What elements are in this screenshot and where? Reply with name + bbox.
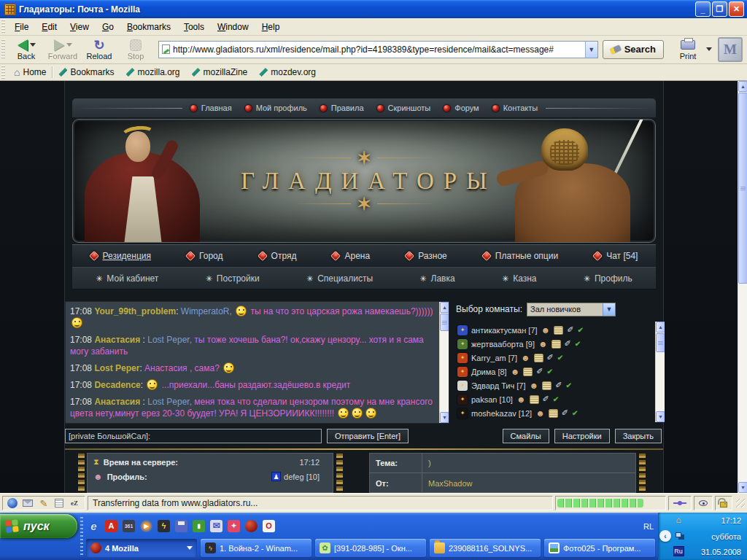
language-indicator-top[interactable]: RL <box>643 522 654 531</box>
browser-scrollbar[interactable]: ▲ ▼ <box>738 81 747 493</box>
tab-Город[interactable]: Город <box>187 251 222 261</box>
subtab-Казна[interactable]: ✳Казна <box>502 273 537 284</box>
forward-button[interactable]: Forward <box>44 36 81 63</box>
floppy-quicklaunch-icon[interactable] <box>175 520 187 532</box>
chat-button-Закрыть[interactable]: Закрыть <box>615 429 662 443</box>
chat-message-input[interactable] <box>65 429 322 443</box>
winamp-quicklaunch-icon[interactable] <box>158 520 170 532</box>
chat-nick[interactable]: Lost Peper, <box>147 397 194 407</box>
person-icon[interactable]: ☻ <box>521 354 530 362</box>
start-button[interactable]: пуск <box>0 514 77 538</box>
mail-icon[interactable] <box>23 499 33 507</box>
scroll-down-icon[interactable]: ▼ <box>440 412 449 423</box>
person-icon[interactable]: ☻ <box>516 396 526 403</box>
subtab-Лавка[interactable]: ✳Лавка <box>419 273 454 284</box>
send-button[interactable]: Отправить [Enter] <box>327 429 409 443</box>
page-proxy-icon[interactable] <box>162 44 170 54</box>
tab-Резиденция[interactable]: Резиденция <box>90 251 151 261</box>
scroll-icon[interactable] <box>523 368 533 376</box>
topnav-item[interactable]: Главная <box>185 104 237 112</box>
scroll-icon[interactable] <box>551 340 561 349</box>
mozilla-quicklaunch-icon[interactable] <box>245 520 258 532</box>
ie-quicklaunch-icon[interactable] <box>88 520 100 532</box>
chat-nick[interactable]: WimperatoR, <box>181 306 234 316</box>
menu-item[interactable]: View <box>63 20 96 34</box>
person-icon[interactable]: ☻ <box>511 368 520 376</box>
scroll-up-icon[interactable]: ▲ <box>656 322 665 332</box>
scrollbar-thumb[interactable] <box>440 314 449 331</box>
cookie-status-cell[interactable] <box>694 496 713 510</box>
user-row[interactable]: ✦антикактусман [7]☻✐✔ <box>457 323 653 337</box>
user-name[interactable]: антикактусман [7] <box>471 326 538 335</box>
tab-Разное[interactable]: Разное <box>406 251 447 261</box>
bookmark-item[interactable]: Bookmarks <box>53 64 120 80</box>
bookmark-item[interactable]: mozdev.org <box>253 64 322 80</box>
minimize-button[interactable]: _ <box>695 1 711 17</box>
user-name[interactable]: жертвааборта [9] <box>471 340 535 349</box>
scrollbar-thumb[interactable] <box>738 93 747 284</box>
ez-icon[interactable]: eZ <box>69 497 80 509</box>
subtab-Мой кабинет[interactable]: ✳Мой кабинет <box>96 273 158 284</box>
online-status-cell[interactable] <box>668 496 692 510</box>
opera-quicklaunch-icon[interactable] <box>263 520 275 532</box>
url-dropdown-icon[interactable]: ▼ <box>585 42 597 58</box>
menu-item[interactable]: Bookmarks <box>120 20 177 34</box>
chat-name[interactable]: Lost Peper <box>94 363 139 373</box>
user-name[interactable]: Karry_am [7] <box>471 354 517 362</box>
search-button[interactable]: Search <box>603 40 664 59</box>
scrollbar-thumb[interactable] <box>656 333 665 352</box>
scroll-icon[interactable] <box>530 395 539 404</box>
topnav-item[interactable]: Правила <box>315 104 369 112</box>
tray-clock[interactable]: 17:12 суббота 31.05.2008 <box>686 516 743 557</box>
menu-item[interactable]: Help <box>255 20 287 34</box>
security-cell[interactable] <box>715 496 732 510</box>
scroll-icon[interactable] <box>534 354 543 362</box>
tab-Отряд[interactable]: Отряд <box>259 251 297 261</box>
taskbar-grippy[interactable] <box>80 517 83 556</box>
user-name[interactable]: moshekazav [12] <box>471 409 532 418</box>
scroll-icon[interactable] <box>549 409 558 418</box>
chat-button-Смайлы[interactable]: Смайлы <box>503 429 549 443</box>
wmp-quicklaunch-icon[interactable] <box>140 520 152 532</box>
user-row[interactable]: ✦Дрима [8]☻✐✔ <box>457 365 653 378</box>
topnav-item[interactable]: Контакты <box>487 104 543 112</box>
bookmark-item[interactable]: ⌂Home <box>8 64 52 80</box>
navigator-icon[interactable] <box>7 498 18 508</box>
topnav-item[interactable]: Скриншоты <box>372 104 436 112</box>
bookmark-item[interactable]: mozillaZine <box>186 64 254 80</box>
person-icon[interactable]: ☻ <box>538 341 548 348</box>
task-button[interactable]: [391-028-985] - Окн... <box>315 539 426 557</box>
person-icon[interactable]: ☻ <box>535 410 545 417</box>
chat-name[interactable]: Your_99th_problem <box>94 306 176 316</box>
scroll-up-icon[interactable]: ▲ <box>738 81 747 92</box>
quill-icon[interactable]: ✐ <box>565 339 571 349</box>
resize-grip[interactable] <box>736 499 745 508</box>
scroll-up-icon[interactable]: ▲ <box>440 302 449 313</box>
print-dropdown-icon[interactable] <box>706 47 712 51</box>
quill-icon[interactable]: ✐ <box>543 394 549 404</box>
bookmark-item[interactable]: mozilla.org <box>120 64 186 80</box>
chat-name[interactable]: Decadence <box>94 380 140 390</box>
user-row[interactable]: ✦Karry_am [7]☻✐✔ <box>457 351 653 365</box>
quill-icon[interactable]: ✐ <box>567 325 573 335</box>
toolbar-grippy[interactable] <box>1 66 5 79</box>
room-select[interactable]: Зал новичков ▼ <box>527 303 616 316</box>
menu-item[interactable]: Window <box>211 20 255 34</box>
chat-name[interactable]: Анастасия <box>94 335 140 345</box>
back-button[interactable]: Back <box>8 36 44 63</box>
chat-name[interactable]: Анастасия <box>94 397 140 407</box>
quill-icon[interactable]: ✐ <box>562 408 568 418</box>
quill-icon[interactable]: ✐ <box>536 367 543 376</box>
user-name[interactable]: paksan [10] <box>471 395 513 404</box>
task-button[interactable]: 4 Mozilla <box>86 539 197 557</box>
media-quicklaunch-icon[interactable] <box>123 520 135 532</box>
user-name[interactable]: Дрима [8] <box>471 368 507 376</box>
scroll-down-icon[interactable]: ▼ <box>738 482 747 493</box>
quill-icon[interactable]: ✐ <box>547 353 554 362</box>
from-value[interactable]: MaxShadow <box>422 473 635 493</box>
maximize-button[interactable]: ❐ <box>712 1 727 17</box>
scroll-down-icon[interactable]: ▼ <box>656 411 665 422</box>
language-indicator[interactable]: Ru <box>673 546 684 556</box>
chat-scrollbar[interactable]: ▲ ▼ <box>439 302 449 423</box>
address-icon[interactable] <box>55 499 63 508</box>
